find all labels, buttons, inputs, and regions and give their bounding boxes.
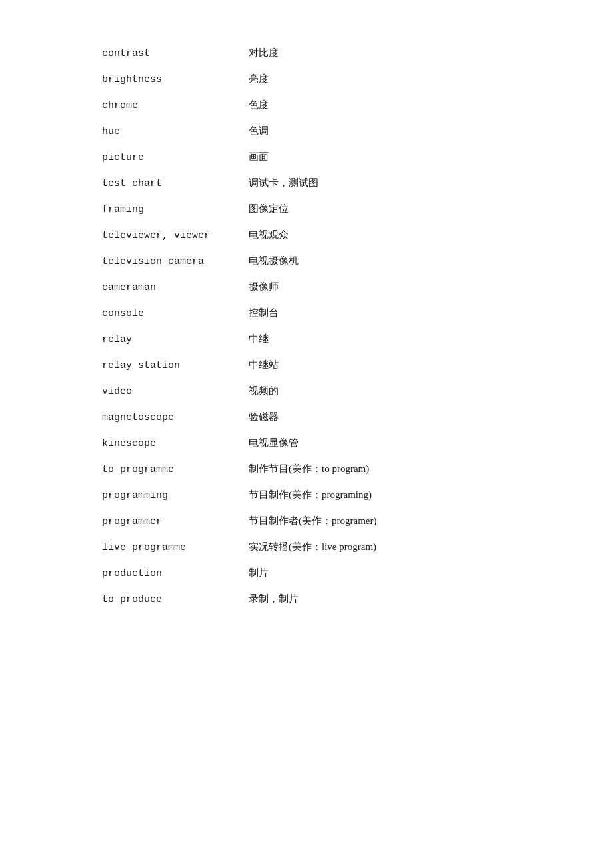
glossary-item: television camera电视摄像机: [102, 248, 613, 274]
definition-9: 摄像师: [249, 281, 279, 293]
term-2: chrome: [102, 100, 249, 111]
glossary-item: picture画面: [102, 144, 613, 170]
term-21: to produce: [102, 594, 249, 605]
glossary-item: brightness亮度: [102, 66, 613, 92]
term-17: programming: [102, 490, 249, 501]
term-6: framing: [102, 204, 249, 215]
glossary-item: video视频的: [102, 378, 613, 404]
term-20: production: [102, 568, 249, 579]
glossary-list: contrast对比度brightness亮度chrome色度hue色调pict…: [102, 40, 613, 612]
definition-0: 对比度: [249, 47, 279, 59]
term-13: video: [102, 386, 249, 397]
definition-11: 中继: [249, 333, 269, 345]
term-9: cameraman: [102, 282, 249, 293]
term-1: brightness: [102, 74, 249, 85]
definition-4: 画面: [249, 151, 269, 163]
definition-10: 控制台: [249, 307, 279, 319]
glossary-item: live programme实况转播(美作：live program): [102, 534, 613, 560]
definition-16: 制作节目(美作：to program): [249, 463, 369, 475]
term-15: kinescope: [102, 438, 249, 449]
definition-5: 调试卡，测试图: [249, 177, 318, 189]
definition-7: 电视观众: [249, 229, 289, 241]
term-0: contrast: [102, 48, 249, 59]
glossary-item: production制片: [102, 560, 613, 586]
definition-14: 验磁器: [249, 411, 279, 423]
glossary-item: magnetoscope验磁器: [102, 404, 613, 430]
definition-21: 录制，制片: [249, 593, 299, 605]
definition-15: 电视显像管: [249, 437, 299, 449]
definition-1: 亮度: [249, 73, 269, 85]
term-8: television camera: [102, 256, 249, 267]
definition-19: 实况转播(美作：live program): [249, 541, 376, 553]
definition-18: 节目制作者(美作：programer): [249, 515, 376, 527]
glossary-item: to programme制作节目(美作：to program): [102, 456, 613, 482]
glossary-item: relay station中继站: [102, 352, 613, 378]
glossary-item: televiewer, viewer电视观众: [102, 222, 613, 248]
glossary-item: chrome色度: [102, 92, 613, 118]
glossary-item: programmer节目制作者(美作：programer): [102, 508, 613, 534]
definition-12: 中继站: [249, 359, 279, 371]
definition-2: 色度: [249, 99, 269, 111]
glossary-item: to produce录制，制片: [102, 586, 613, 612]
definition-17: 节目制作(美作：programing): [249, 489, 372, 501]
term-16: to programme: [102, 464, 249, 475]
glossary-item: programming节目制作(美作：programing): [102, 482, 613, 508]
glossary-item: kinescope电视显像管: [102, 430, 613, 456]
glossary-item: test chart调试卡，测试图: [102, 170, 613, 196]
definition-6: 图像定位: [249, 203, 289, 215]
term-5: test chart: [102, 178, 249, 189]
glossary-item: cameraman摄像师: [102, 274, 613, 300]
glossary-item: hue色调: [102, 118, 613, 144]
definition-3: 色调: [249, 125, 269, 137]
term-12: relay station: [102, 360, 249, 371]
term-3: hue: [102, 126, 249, 137]
term-4: picture: [102, 152, 249, 163]
definition-13: 视频的: [249, 385, 279, 397]
term-11: relay: [102, 334, 249, 345]
glossary-item: console控制台: [102, 300, 613, 326]
definition-8: 电视摄像机: [249, 255, 299, 267]
term-18: programmer: [102, 516, 249, 527]
glossary-item: framing图像定位: [102, 196, 613, 222]
glossary-item: relay中继: [102, 326, 613, 352]
term-19: live programme: [102, 542, 249, 553]
glossary-item: contrast对比度: [102, 40, 613, 66]
term-14: magnetoscope: [102, 412, 249, 423]
definition-20: 制片: [249, 567, 269, 579]
term-10: console: [102, 308, 249, 319]
term-7: televiewer, viewer: [102, 230, 249, 241]
